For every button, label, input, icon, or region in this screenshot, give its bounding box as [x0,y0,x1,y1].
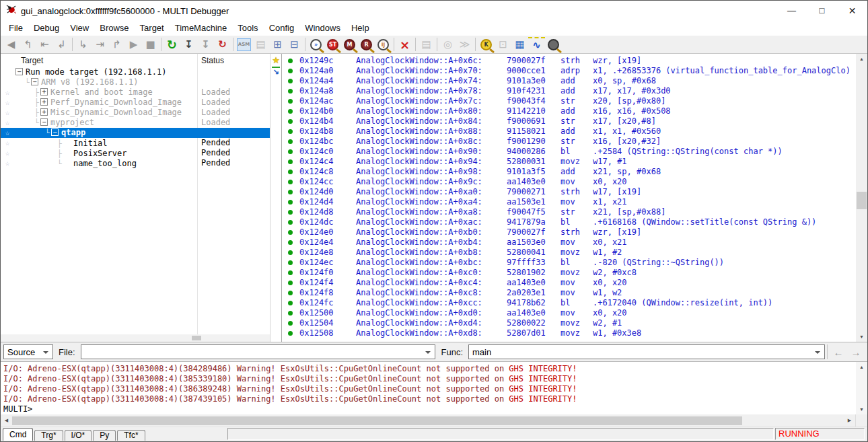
view-st-mag-icon[interactable]: ST [327,39,338,50]
breakpoint-dot-icon[interactable] [282,288,299,298]
menu-item[interactable]: File [3,21,28,36]
disasm-row[interactable]: 0x124bc AnalogClockWindow::A+0x8c: f9001… [282,137,856,147]
tab-cmd[interactable]: Cmd [3,428,33,441]
disasm-row[interactable]: 0x12504 AnalogClockWindow::A+0xd4: 52800… [282,318,856,328]
favorite-star-icon[interactable]: ☆ [1,128,14,138]
view-locals-mag-icon[interactable]: ij [377,39,389,50]
favorite-star-icon[interactable]: ☆ [1,87,14,98]
trace-icon[interactable]: ≫ [456,37,473,52]
breakpoint-dot-icon[interactable] [282,268,299,278]
disasm-row[interactable]: 0x124f4 AnalogClockWindow::A+0xc4: aa140… [282,278,856,288]
disasm-row[interactable]: 0x124e0 AnalogClockWindow::A+0xb0: 79000… [282,227,856,237]
expand-list-icon[interactable]: ⊞ [269,37,286,52]
breakpoint-dot-icon[interactable] [282,258,299,268]
breakpoint-dot-icon[interactable] [282,86,299,96]
breakpoint-dot-icon[interactable] [282,207,299,217]
disasm-row[interactable]: 0x124c8 AnalogClockWindow::A+0x98: 9101a… [282,167,856,177]
step-back-icon[interactable]: ⇤ [36,37,53,52]
source-mode-select[interactable]: Source [3,344,53,359]
tree-expander-icon[interactable]: + [40,108,48,116]
disasm-row[interactable]: 0x124c4 AnalogClockWindow::A+0x94: 52800… [282,157,856,167]
disasm-row[interactable]: 0x12508 AnalogClockWindow::A+0xd8: 52807… [282,328,856,338]
view-calls-mag-icon[interactable]: K [480,39,492,50]
disasm-row[interactable]: 0x124e8 AnalogClockWindow::A+0xb8: 52800… [282,248,856,258]
tree-expander-icon[interactable] [63,148,71,155]
doc-forward-icon[interactable]: ▤ [252,37,269,52]
menu-item[interactable]: Debug [28,21,65,36]
func-next-button[interactable]: → [847,346,865,358]
windows-list-icon[interactable]: ▦ [511,37,528,52]
breakpoint-dot-icon[interactable] [282,96,299,106]
view-source-mag-icon[interactable]: » [310,39,322,50]
disasm-row[interactable]: 0x124d4 AnalogClockWindow::A+0xa4: aa150… [282,197,856,207]
scroll-down-icon[interactable]: ▼ [856,332,867,342]
breakpoint-dot-icon[interactable] [282,126,299,137]
minimize-button[interactable]: — [776,1,807,21]
favorite-star-icon[interactable]: ☆ [1,98,14,108]
tree-row-initial[interactable]: ☆ ├Initial Pended [1,138,270,148]
breakpoint-dot-icon[interactable] [282,278,299,288]
favorite-star-icon[interactable]: ☆ [1,158,14,168]
disasm-row[interactable]: 0x124dc AnalogClockWindow::A+0xac: 94178… [282,217,856,227]
disasm-row[interactable]: 0x124b4 AnalogClockWindow::A+0x84: f9000… [282,116,856,126]
step-back-into-icon[interactable]: ↲ [53,37,70,52]
breakpoint-dot-icon[interactable] [282,237,299,248]
tab-py[interactable]: Py [93,430,116,441]
disasm-row[interactable]: 0x124d8 AnalogClockWindow::A+0xa8: f9004… [282,207,856,217]
clear-breakpoints-icon[interactable]: × [396,37,413,52]
tree-expander-icon[interactable] [63,138,71,145]
breakpoint-dot-icon[interactable] [282,187,299,197]
window-select-icon[interactable]: ⊡ [495,37,511,52]
tree-row-posixserver[interactable]: ☆ ├PosixServer Pended [1,148,270,158]
breakpoint-dot-icon[interactable] [282,328,299,338]
tree-row-name-too-long[interactable]: ☆ └name_too_long Pended [1,158,270,168]
reload-doc-icon[interactable]: ↻ [214,37,231,52]
favorite-star-icon[interactable] [1,77,14,87]
favorite-star-icon[interactable]: ☆ [1,138,14,148]
return-icon[interactable]: ↱ [108,37,125,52]
breakpoint-dot-icon[interactable] [282,157,299,167]
favorite-star-icon[interactable]: ☆ [1,118,14,128]
breakpoint-dot-icon[interactable] [282,106,299,116]
next-icon[interactable]: ↳ [75,37,92,52]
step-icon[interactable]: ⇥ [92,37,108,52]
disasm-row[interactable]: 0x124ec AnalogClockWindow::A+0xbc: 97fff… [282,258,856,268]
target-column-header[interactable]: Target [14,56,197,65]
tree-row-myproject[interactable]: ☆ └−myproject Loaded [1,118,270,128]
go-icon[interactable]: ▶ [125,37,142,52]
func-prev-button[interactable]: ← [830,346,847,358]
disasm-row[interactable]: 0x124f8 AnalogClockWindow::A+0xc8: 2a020… [282,288,856,298]
breakpoint-dot-icon[interactable] [282,177,299,187]
menu-item[interactable]: View [65,21,94,36]
disassembly-vertical-scrollbar[interactable]: ▲ ▼ [856,54,867,342]
browse-mag-icon[interactable] [548,39,559,50]
command-prompt[interactable]: MULTI> [3,404,854,414]
disasm-row[interactable]: 0x124b8 AnalogClockWindow::A+0x88: 91158… [282,126,856,137]
scroll-left-icon[interactable]: ◀ [1,418,12,423]
breakpoint-dot-icon[interactable] [282,147,299,157]
disasm-row[interactable]: 0x124d0 AnalogClockWindow::A+0xa0: 79000… [282,187,856,197]
load-symbols-icon[interactable]: ↧ [197,37,214,52]
breakpoint-dot-icon[interactable] [282,227,299,237]
tree-horizontal-scrollbar[interactable] [1,334,270,342]
run-to-icon[interactable]: ↘ [272,67,279,75]
scroll-up-icon[interactable]: ▲ [856,54,867,64]
view-memory-mag-icon[interactable]: M [344,39,355,50]
menu-item[interactable]: Browse [94,21,134,36]
disasm-row[interactable]: 0x124a0 AnalogClockWindow::A+0x70: 9000c… [282,66,856,76]
return-back-icon[interactable]: ↰ [20,37,36,52]
file-combobox[interactable] [81,344,436,359]
edit-doc-icon[interactable]: ▤ [418,37,435,52]
breakpoint-dot-icon[interactable] [282,66,299,76]
disasm-row[interactable]: 0x124f0 AnalogClockWindow::A+0xc0: 52801… [282,268,856,278]
disasm-row[interactable]: 0x124e4 AnalogClockWindow::A+0xb4: aa150… [282,237,856,248]
tree-expander-icon[interactable]: − [15,68,23,75]
tree-row-qtapp[interactable]: ☆ └−qtapp [1,128,270,138]
menu-item[interactable]: Windows [299,21,346,36]
maximize-button[interactable]: □ [807,1,837,21]
hscroll-thumb[interactable] [12,416,742,425]
disasm-row[interactable]: 0x124cc AnalogClockWindow::A+0x9c: aa140… [282,177,856,187]
tab-tfc[interactable]: Tfc* [117,430,145,441]
breakpoint-dot-icon[interactable] [282,248,299,258]
tree-row-arm-v8[interactable]: └−ARM v8 (192.168.1.1) [1,77,270,87]
